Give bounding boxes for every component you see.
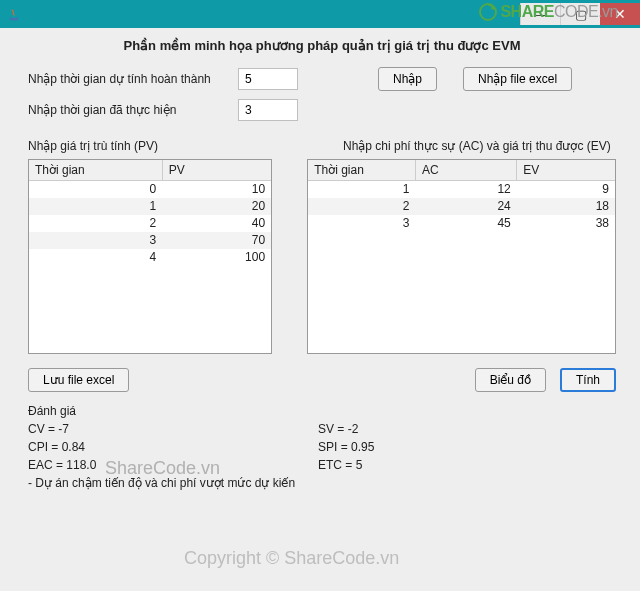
watermark-copyright: Copyright © ShareCode.vn xyxy=(184,548,399,569)
app-title: Phần mềm minh họa phương pháp quản trị g… xyxy=(28,38,616,53)
table-row[interactable]: 370 xyxy=(29,232,271,249)
table-row[interactable]: 4100 xyxy=(29,249,271,266)
svg-point-0 xyxy=(480,4,496,20)
acev-section-label: Nhập chi phí thực sự (AC) và giá trị thu… xyxy=(343,139,611,153)
eval-sv: SV = -2 xyxy=(318,420,358,438)
save-excel-button[interactable]: Lưu file excel xyxy=(28,368,129,392)
pv-section-label: Nhập giá trị trù tính (PV) xyxy=(28,139,273,153)
eval-heading: Đánh giá xyxy=(28,402,616,420)
table-row[interactable]: 010 xyxy=(29,181,271,198)
eval-cpi: CPI = 0.84 xyxy=(28,438,318,456)
eval-etc: ETC = 5 xyxy=(318,456,362,474)
window-content: Phần mềm minh họa phương pháp quản trị g… xyxy=(0,28,640,591)
est-complete-input[interactable] xyxy=(238,68,298,90)
pv-table[interactable]: Thời gianPV 0101202403704100 xyxy=(28,159,272,354)
label-est-complete: Nhập thời gian dự tính hoàn thành xyxy=(28,72,228,86)
column-header[interactable]: AC xyxy=(416,160,517,181)
column-header[interactable]: EV xyxy=(517,160,615,181)
eval-cv: CV = -7 xyxy=(28,420,318,438)
eval-spi: SPI = 0.95 xyxy=(318,438,374,456)
label-actual-time: Nhập thời gian đã thực hiện xyxy=(28,103,228,117)
evaluation-panel: Đánh giá CV = -7 SV = -2 CPI = 0.84 SPI … xyxy=(28,402,616,492)
column-header[interactable]: Thời gian xyxy=(29,160,162,181)
table-row[interactable]: 120 xyxy=(29,198,271,215)
actual-time-input[interactable] xyxy=(238,99,298,121)
column-header[interactable]: PV xyxy=(162,160,271,181)
java-icon xyxy=(6,6,22,22)
eval-eac: EAC = 118.0 xyxy=(28,456,318,474)
eval-note: - Dự án chậm tiến độ và chi phí vượt mức… xyxy=(28,474,616,492)
table-row[interactable]: 22418 xyxy=(308,198,615,215)
acev-table[interactable]: Thời gianACEV 11292241834538 xyxy=(307,159,616,354)
sharecode-logo: SHARECODE.vn xyxy=(478,2,618,22)
compute-button[interactable]: Tính xyxy=(560,368,616,392)
table-row[interactable]: 1129 xyxy=(308,181,615,198)
table-row[interactable]: 240 xyxy=(29,215,271,232)
chart-button[interactable]: Biểu đồ xyxy=(475,368,546,392)
table-row[interactable]: 34538 xyxy=(308,215,615,232)
column-header[interactable]: Thời gian xyxy=(308,160,415,181)
input-excel-button[interactable]: Nhập file excel xyxy=(463,67,572,91)
input-button[interactable]: Nhập xyxy=(378,67,437,91)
